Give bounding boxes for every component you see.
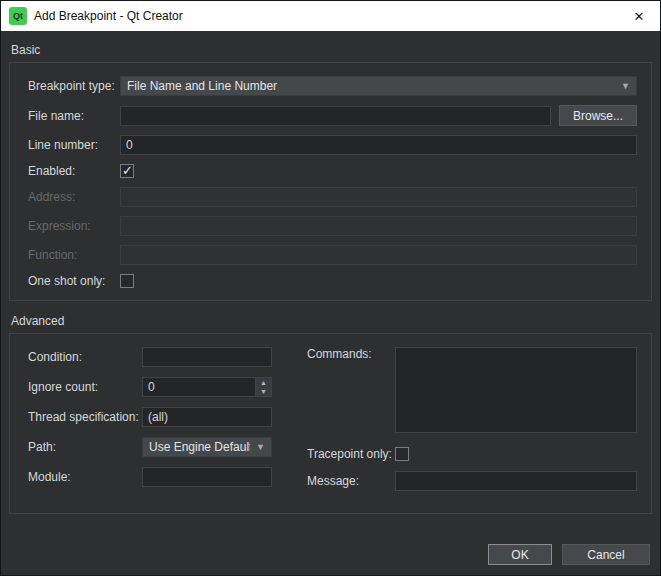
expression-input	[120, 216, 637, 236]
spin-buttons: ▲ ▼	[255, 377, 272, 397]
address-label: Address:	[28, 190, 120, 204]
message-row: Message:	[307, 471, 637, 491]
spin-down-icon[interactable]: ▼	[256, 387, 271, 396]
advanced-group-frame: Condition: Ignore count: ▲ ▼	[9, 333, 652, 514]
basic-group-frame: Breakpoint type: File Name and Line Numb…	[9, 62, 652, 301]
file-name-input[interactable]	[120, 106, 551, 126]
enabled-checkbox[interactable]	[120, 164, 134, 178]
cancel-button[interactable]: Cancel	[562, 544, 650, 565]
condition-row: Condition:	[28, 347, 280, 367]
advanced-group-title: Advanced	[11, 314, 652, 328]
advanced-group: Advanced Condition: Ignore count:	[9, 314, 652, 514]
basic-group: Basic Breakpoint type: File Name and Lin…	[9, 43, 652, 301]
dialog-buttons: OK Cancel	[488, 544, 650, 565]
ignore-count-row: Ignore count: ▲ ▼	[28, 377, 280, 397]
file-name-label: File name:	[28, 109, 120, 123]
line-number-row: Line number:	[28, 135, 637, 155]
one-shot-label: One shot only:	[28, 274, 120, 288]
close-icon[interactable]: ✕	[618, 1, 660, 31]
path-label: Path:	[28, 440, 142, 454]
tracepoint-only-row: Tracepoint only:	[307, 447, 637, 461]
basic-group-title: Basic	[11, 43, 652, 57]
commands-textarea[interactable]	[395, 347, 637, 433]
qt-creator-icon: Qt	[9, 7, 27, 25]
ignore-count-label: Ignore count:	[28, 380, 142, 394]
chevron-down-icon: ▼	[621, 81, 630, 91]
enabled-row: Enabled:	[28, 164, 637, 178]
expression-label: Expression:	[28, 219, 120, 233]
path-value: Use Engine Default	[149, 440, 250, 454]
chevron-down-icon: ▼	[256, 442, 265, 452]
function-input	[120, 245, 637, 265]
message-input[interactable]	[395, 471, 637, 491]
commands-row: Commands:	[307, 347, 637, 433]
ok-button[interactable]: OK	[488, 544, 552, 565]
path-select[interactable]: Use Engine Default ▼	[142, 437, 272, 457]
condition-input[interactable]	[142, 347, 272, 367]
line-number-input[interactable]	[120, 135, 637, 155]
advanced-right-column: Commands: Tracepoint only: Message:	[307, 347, 637, 501]
window-title: Add Breakpoint - Qt Creator	[34, 9, 183, 23]
add-breakpoint-dialog: Qt Add Breakpoint - Qt Creator ✕ Basic B…	[0, 0, 661, 576]
path-row: Path: Use Engine Default ▼	[28, 437, 280, 457]
function-row: Function:	[28, 245, 637, 265]
module-label: Module:	[28, 470, 142, 484]
file-name-row: File name: Browse...	[28, 105, 637, 126]
address-input	[120, 187, 637, 207]
thread-specification-input[interactable]	[142, 407, 272, 427]
one-shot-checkbox[interactable]	[120, 274, 134, 288]
address-row: Address:	[28, 187, 637, 207]
tracepoint-only-label: Tracepoint only:	[307, 447, 395, 461]
dialog-body: Basic Breakpoint type: File Name and Lin…	[1, 31, 660, 576]
tracepoint-only-checkbox[interactable]	[395, 447, 409, 461]
enabled-label: Enabled:	[28, 164, 120, 178]
expression-row: Expression:	[28, 216, 637, 236]
browse-button[interactable]: Browse...	[559, 105, 637, 126]
one-shot-row: One shot only:	[28, 274, 637, 288]
breakpoint-type-select[interactable]: File Name and Line Number ▼	[120, 76, 637, 96]
titlebar[interactable]: Qt Add Breakpoint - Qt Creator ✕	[1, 1, 660, 31]
module-row: Module:	[28, 467, 280, 487]
breakpoint-type-row: Breakpoint type: File Name and Line Numb…	[28, 76, 637, 96]
thread-specification-row: Thread specification:	[28, 407, 280, 427]
ignore-count-stepper: ▲ ▼	[142, 377, 272, 397]
breakpoint-type-label: Breakpoint type:	[28, 79, 120, 93]
breakpoint-type-value: File Name and Line Number	[127, 79, 615, 93]
message-label: Message:	[307, 474, 395, 488]
ignore-count-input[interactable]	[142, 377, 255, 397]
advanced-left-column: Condition: Ignore count: ▲ ▼	[28, 347, 280, 497]
spin-up-icon[interactable]: ▲	[256, 378, 271, 387]
condition-label: Condition:	[28, 350, 142, 364]
module-input[interactable]	[142, 467, 272, 487]
function-label: Function:	[28, 248, 120, 262]
thread-specification-label: Thread specification:	[28, 410, 142, 424]
commands-label: Commands:	[307, 347, 395, 361]
line-number-label: Line number:	[28, 138, 120, 152]
